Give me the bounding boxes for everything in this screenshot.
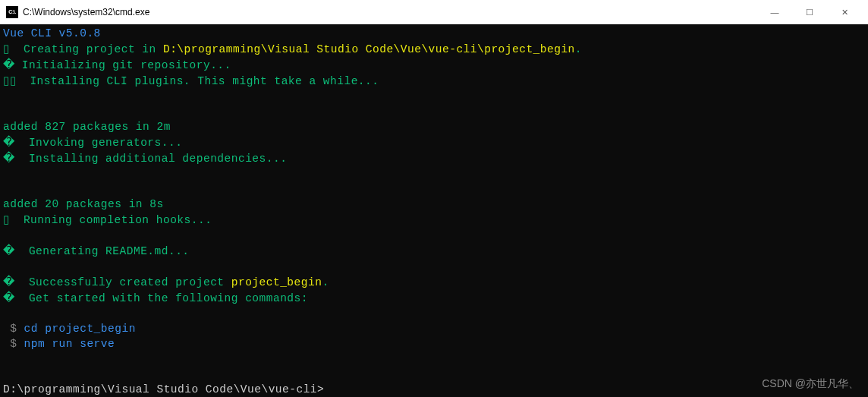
running-hooks-line: ▯ Running completion hooks... — [3, 212, 865, 228]
creating-line: ▯ Creating project in D:\programming\Vis… — [3, 41, 865, 57]
prompt-line[interactable]: D:\programming\Visual Studio Code\Vue\vu… — [3, 382, 865, 397]
added-packages-2: added 20 packages in 8s — [3, 197, 865, 212]
close-button[interactable]: ✕ — [827, 0, 862, 24]
invoking-line: � Invoking generators... — [3, 134, 865, 150]
added-packages-1: added 827 packages in 2m — [3, 119, 865, 134]
cmd-cd-line: $ cd project_begin — [3, 321, 865, 336]
init-git-line: � Initializing git repository... — [3, 57, 865, 73]
install-plugins-line: ▯▯ Installing CLI plugins. This might ta… — [3, 73, 865, 89]
minimize-button[interactable]: — — [757, 0, 792, 24]
get-started-line: � Get started with the following command… — [3, 290, 865, 306]
watermark-text: CSDN @亦世凡华、 — [762, 376, 859, 391]
cmd-npm-line: $ npm run serve — [3, 336, 865, 351]
terminal-icon: C:\. — [6, 6, 18, 18]
success-line: � Successfully created project project_b… — [3, 274, 865, 290]
gen-readme-line: � Generating README.md... — [3, 243, 865, 259]
window-titlebar: C:\. C:\Windows\system32\cmd.exe — ☐ ✕ — [0, 0, 868, 24]
window-controls: — ☐ ✕ — [757, 0, 862, 24]
window-title: C:\Windows\system32\cmd.exe — [23, 5, 757, 20]
install-addl-line: � Installing additional dependencies... — [3, 150, 865, 166]
terminal-output[interactable]: Vue CLI v5.0.8 ▯ Creating project in D:\… — [0, 24, 868, 397]
version-line: Vue CLI v5.0.8 — [3, 26, 865, 41]
maximize-button[interactable]: ☐ — [792, 0, 827, 24]
